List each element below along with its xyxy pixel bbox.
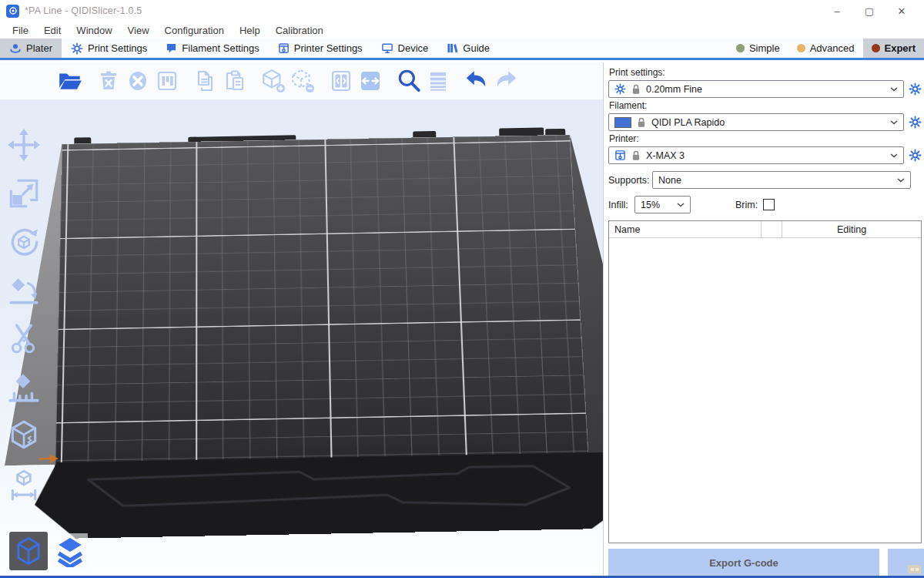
menu-help[interactable]: Help [232, 25, 268, 36]
printer-icon [614, 150, 626, 161]
printer-combo[interactable]: X-MAX 3 [608, 146, 904, 164]
add-instance-button[interactable] [259, 66, 288, 96]
tabbar: Plater Print Settings Filament Settings … [0, 39, 924, 60]
seam-gizmo-button[interactable] [5, 417, 43, 455]
tab-label: Guide [463, 42, 490, 54]
3d-editor-view-button[interactable] [9, 532, 48, 570]
measure-gizmo-button[interactable] [5, 465, 43, 504]
move-gizmo-button[interactable] [5, 126, 43, 164]
settings-sidebar: Print settings: 0.20mm Fine [604, 62, 924, 578]
scale-gizmo-button[interactable] [5, 174, 43, 213]
simple-dot-icon [736, 44, 745, 52]
export-options-button[interactable] [888, 549, 924, 576]
rotate-gizmo-button[interactable] [5, 223, 43, 261]
filament-label: Filament: [609, 100, 922, 111]
menu-calibration[interactable]: Calibration [268, 25, 331, 36]
filament-gear-button[interactable] [908, 115, 922, 129]
printer-icon [278, 42, 290, 54]
mode-selector: Simple Advanced Expert [728, 39, 924, 58]
minimize-button[interactable]: – [821, 1, 853, 21]
place-on-face-gizmo-button[interactable] [5, 271, 43, 310]
print-settings-combo[interactable]: 0.20mm Fine [608, 80, 904, 98]
search-button[interactable] [394, 66, 424, 96]
tab-label: Device [398, 42, 429, 54]
qidislicer-window: *PA Line - QIDISlicer-1.0.5 – ▢ ✕ File E… [0, 0, 924, 578]
chevron-down-icon [890, 120, 898, 125]
mode-advanced[interactable]: Advanced [788, 39, 863, 58]
split-to-objects-button[interactable] [326, 66, 356, 96]
split-to-parts-button[interactable] [356, 66, 385, 96]
infill-combo[interactable]: 15% [634, 196, 691, 213]
copy-button[interactable] [191, 66, 220, 96]
tab-plater[interactable]: Plater [0, 39, 62, 58]
menu-configuration[interactable]: Configuration [157, 25, 232, 36]
filament-value: QIDI PLA Rapido [651, 117, 725, 128]
infill-value: 15% [641, 200, 660, 210]
export-gcode-button[interactable]: Export G-code [608, 549, 879, 576]
lock-icon [631, 150, 641, 161]
brim-label: Brim: [735, 200, 758, 210]
undo-button[interactable] [462, 66, 491, 96]
menu-view[interactable]: View [120, 25, 157, 36]
paint-supports-gizmo-button[interactable] [5, 368, 43, 407]
redo-button[interactable] [491, 66, 521, 96]
gizmo-toolbar [5, 126, 43, 504]
filament-bubble-icon [166, 42, 177, 54]
delete-button[interactable] [94, 66, 123, 96]
filament-color-swatch [614, 117, 631, 128]
window-title: *PA Line - QIDISlicer-1.0.5 [25, 5, 142, 16]
preview-layers-button[interactable] [52, 533, 88, 570]
maximize-button[interactable]: ▢ [853, 1, 886, 21]
gear-icon [71, 42, 83, 55]
brim-checkbox[interactable] [763, 199, 775, 210]
view-toggles [9, 532, 88, 570]
variable-layer-height-button[interactable] [424, 66, 453, 96]
print-settings-value: 0.20mm Fine [646, 84, 702, 95]
tab-printer-settings[interactable]: Printer Settings [269, 39, 372, 58]
plater-icon [9, 42, 22, 55]
printer-label: Printer: [609, 133, 922, 144]
infill-label: Infill: [608, 200, 634, 210]
supports-combo[interactable]: None [652, 171, 911, 189]
mode-simple[interactable]: Simple [728, 39, 788, 58]
print-bed [0, 62, 604, 578]
chevron-down-icon [677, 203, 685, 207]
app-logo-icon [6, 5, 19, 18]
tab-print-settings[interactable]: Print Settings [62, 39, 156, 58]
arrange-button[interactable] [152, 66, 182, 96]
open-button[interactable] [55, 66, 85, 96]
menu-file[interactable]: File [5, 25, 36, 36]
mode-expert[interactable]: Expert [863, 39, 924, 58]
delete-all-button[interactable] [123, 66, 152, 96]
lock-icon [631, 84, 641, 95]
bed-grid-surface [55, 135, 590, 482]
tab-label: Filament Settings [182, 42, 259, 54]
printer-gear-button[interactable] [908, 148, 922, 163]
paste-button[interactable] [220, 66, 249, 96]
chevron-down-icon [890, 87, 898, 92]
tab-guide[interactable]: Guide [437, 39, 499, 58]
object-list: Name Editing [608, 220, 922, 543]
printer-value: X-MAX 3 [646, 150, 685, 161]
lock-icon [637, 117, 646, 128]
export-device-icon [908, 565, 921, 573]
print-settings-gear-button[interactable] [908, 82, 922, 96]
menu-window[interactable]: Window [69, 25, 119, 36]
tab-filament-settings[interactable]: Filament Settings [156, 39, 268, 58]
advanced-dot-icon [797, 44, 805, 52]
column-header-editing: Editing [782, 221, 921, 237]
chevron-down-icon [890, 153, 898, 158]
menu-edit[interactable]: Edit [36, 25, 69, 36]
bed-front-panel [34, 452, 604, 539]
supports-label: Supports: [608, 175, 652, 186]
cut-gizmo-button[interactable] [5, 320, 43, 358]
menubar: File Edit Window View Configuration Help… [0, 22, 924, 39]
tab-label: Print Settings [88, 42, 147, 54]
tab-label: Printer Settings [294, 42, 363, 54]
close-button[interactable]: ✕ [886, 1, 918, 21]
3d-viewport[interactable] [0, 62, 604, 578]
supports-value: None [658, 175, 681, 186]
tab-device[interactable]: Device [372, 39, 438, 58]
filament-combo[interactable]: QIDI PLA Rapido [608, 113, 904, 131]
remove-instance-button[interactable] [288, 66, 317, 96]
